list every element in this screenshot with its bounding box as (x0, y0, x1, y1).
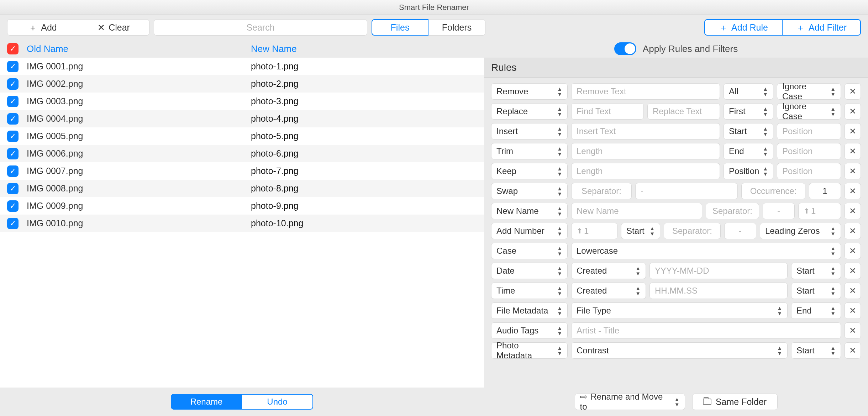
rule-type-select[interactable]: Trim▲▼ (491, 143, 568, 159)
delete-rule-button[interactable]: ✕ (845, 183, 861, 199)
separator-input[interactable]: - (724, 223, 756, 239)
row-checkbox[interactable]: ✓ (7, 148, 19, 159)
delete-rule-button[interactable]: ✕ (845, 283, 861, 299)
table-row[interactable]: ✓IMG 0002.pngphoto-2.png (0, 75, 484, 93)
rename-button[interactable]: Rename (171, 394, 242, 410)
table-row[interactable]: ✓IMG 0004.pngphoto-4.png (0, 110, 484, 127)
search-input[interactable]: Search (154, 19, 367, 36)
leading-zeros-select[interactable]: Leading Zeros▲▼ (760, 223, 841, 239)
date-source-select[interactable]: Created▲▼ (571, 263, 646, 279)
table-row[interactable]: ✓IMG 0005.pngphoto-5.png (0, 127, 484, 145)
position-input[interactable] (777, 163, 841, 179)
delete-rule-button[interactable]: ✕ (845, 243, 861, 259)
add-button[interactable]: ＋ Add (7, 19, 78, 36)
tab-folders[interactable]: Folders (428, 19, 485, 36)
length-input[interactable] (571, 143, 720, 159)
rule-type-select[interactable]: Case▲▼ (491, 243, 568, 259)
table-row[interactable]: ✓IMG 0007.pngphoto-7.png (0, 162, 484, 180)
start-number-input[interactable]: ⬆1 (798, 203, 841, 219)
column-new-name[interactable]: New Name (251, 43, 297, 54)
anchor-select[interactable]: Start▲▼ (791, 263, 841, 279)
rule-type-select[interactable]: Replace▲▼ (491, 103, 568, 120)
anchor-select[interactable]: End▲▼ (791, 302, 841, 319)
row-checkbox[interactable]: ✓ (7, 61, 19, 72)
table-row[interactable]: ✓IMG 0009.pngphoto-9.png (0, 197, 484, 215)
same-folder-button[interactable]: Same Folder (692, 394, 778, 410)
delete-rule-button[interactable]: ✕ (845, 263, 861, 279)
time-source-select[interactable]: Created▲▼ (571, 283, 646, 299)
rule-type-select[interactable]: Insert▲▼ (491, 123, 568, 139)
row-checkbox[interactable]: ✓ (7, 183, 19, 194)
delete-rule-button[interactable]: ✕ (845, 322, 861, 339)
rename-move-select[interactable]: ⇨Rename and Move to ▲▼ (575, 394, 685, 410)
insert-text-input[interactable] (571, 123, 720, 139)
rule-type-select[interactable]: File Metadata▲▼ (491, 302, 568, 319)
add-rule-button[interactable]: ＋ Add Rule (704, 19, 783, 36)
delete-rule-button[interactable]: ✕ (845, 123, 861, 139)
rule-type-select[interactable]: Audio Tags▲▼ (491, 322, 568, 339)
row-checkbox[interactable]: ✓ (7, 78, 19, 90)
photo-field-select[interactable]: Contrast▲▼ (571, 342, 788, 359)
length-input[interactable] (571, 163, 720, 179)
anchor-select[interactable]: Start▲▼ (724, 123, 773, 139)
table-row[interactable]: ✓IMG 0003.pngphoto-3.png (0, 93, 484, 110)
audio-format-input[interactable]: Artist - Title (571, 322, 841, 339)
undo-button[interactable]: Undo (242, 394, 313, 410)
remove-text-input[interactable] (571, 83, 720, 100)
row-checkbox[interactable]: ✓ (7, 218, 19, 229)
metadata-field-select[interactable]: File Type▲▼ (571, 302, 788, 319)
rule-type-select[interactable]: Date▲▼ (491, 263, 568, 279)
case-select[interactable]: Ignore Case▲▼ (777, 83, 841, 100)
delete-rule-button[interactable]: ✕ (845, 83, 861, 100)
position-input[interactable] (777, 143, 841, 159)
date-format-input[interactable]: YYYY-MM-DD (649, 263, 788, 279)
row-checkbox[interactable]: ✓ (7, 131, 19, 142)
rule-type-select[interactable]: Photo Metadata▲▼ (491, 342, 568, 359)
delete-rule-button[interactable]: ✕ (845, 302, 861, 319)
find-text-input[interactable] (571, 103, 644, 120)
position-input[interactable] (777, 123, 841, 139)
separator-input[interactable]: - (763, 203, 795, 219)
table-row[interactable]: ✓IMG 0001.pngphoto-1.png (0, 58, 484, 75)
table-row[interactable]: ✓IMG 0008.pngphoto-8.png (0, 180, 484, 197)
time-format-input[interactable]: HH.MM.SS (649, 283, 788, 299)
row-checkbox[interactable]: ✓ (7, 200, 19, 212)
delete-rule-button[interactable]: ✕ (845, 143, 861, 159)
anchor-select[interactable]: Position▲▼ (724, 163, 773, 179)
delete-rule-button[interactable]: ✕ (845, 223, 861, 239)
add-filter-button[interactable]: ＋ Add Filter (783, 19, 861, 36)
anchor-select[interactable]: Start▲▼ (621, 223, 660, 239)
anchor-select[interactable]: Start▲▼ (791, 342, 841, 359)
case-value-select[interactable]: Lowercase▲▼ (571, 243, 841, 259)
clear-button[interactable]: ✕ Clear (78, 19, 149, 36)
rule-type-select[interactable]: Remove▲▼ (491, 83, 568, 100)
delete-rule-button[interactable]: ✕ (845, 103, 861, 120)
start-number-input[interactable]: ⬆1 (571, 223, 617, 239)
rule-type-select[interactable]: New Name▲▼ (491, 203, 568, 219)
occurrence-input[interactable]: 1 (809, 183, 841, 199)
scope-select[interactable]: All▲▼ (724, 83, 773, 100)
rule-type-select[interactable]: Keep▲▼ (491, 163, 568, 179)
anchor-select[interactable]: Start▲▼ (791, 283, 841, 299)
row-checkbox[interactable]: ✓ (7, 96, 19, 107)
tab-files[interactable]: Files (372, 19, 428, 36)
row-checkbox[interactable]: ✓ (7, 165, 19, 177)
new-name-input[interactable] (571, 203, 702, 219)
replace-text-input[interactable] (647, 103, 720, 120)
rule-type-select[interactable]: Add Number▲▼ (491, 223, 568, 239)
apply-toggle[interactable] (614, 42, 636, 55)
delete-rule-button[interactable]: ✕ (845, 342, 861, 359)
table-row[interactable]: ✓IMG 0010.pngphoto-10.png (0, 215, 484, 232)
separator-input[interactable]: - (635, 183, 738, 199)
case-select[interactable]: Ignore Case▲▼ (777, 103, 841, 120)
rule-type-select[interactable]: Swap▲▼ (491, 183, 568, 199)
table-row[interactable]: ✓IMG 0006.pngphoto-6.png (0, 145, 484, 162)
select-all-checkbox[interactable]: ✓ (7, 43, 19, 54)
anchor-select[interactable]: End▲▼ (724, 143, 773, 159)
row-checkbox[interactable]: ✓ (7, 113, 19, 125)
delete-rule-button[interactable]: ✕ (845, 163, 861, 179)
delete-rule-button[interactable]: ✕ (845, 203, 861, 219)
rule-type-select[interactable]: Time▲▼ (491, 283, 568, 299)
column-old-name[interactable]: Old Name (27, 43, 251, 54)
scope-select[interactable]: First▲▼ (724, 103, 773, 120)
